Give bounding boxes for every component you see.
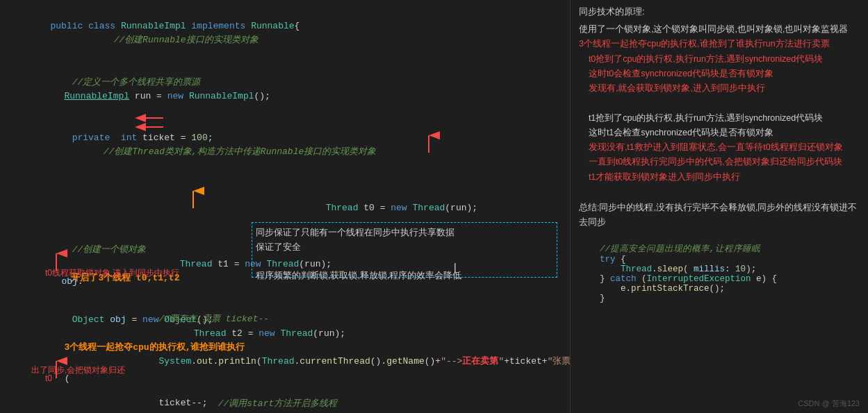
right-content: 同步技术的原理: 使用了一个锁对象,这个锁对象叫同步锁,也叫对象锁,也叫对象监视…	[579, 6, 860, 303]
anno-line-5: 发现有,就会获取到锁对象,进入到同步中执行	[579, 81, 860, 96]
t0-bottom-obj: (	[59, 373, 70, 384]
br-sleep: Thread.sleep( millis: 10);	[579, 264, 860, 274]
code-bottom: //票存在,卖票 ticket-- System.out.println(Thr…	[7, 298, 570, 413]
t0-obj-line: obj.	[45, 276, 83, 287]
watermark: CSDN @ 苦海123	[798, 398, 860, 409]
anno-line-9: 一直到t0线程执行完同步中的代码,会把锁对象归还给同步代码块	[579, 155, 860, 169]
t0-bottom-t0: t0	[45, 373, 52, 383]
br-comment: //提高安全问题出现的概率,让程序睡眠	[579, 243, 860, 255]
code-line-4: Thread t0 = new Thread(run);	[7, 174, 570, 230]
br-catch: } catch (InterruptedException e) {	[579, 274, 860, 284]
anno-summary: 总结:同步中的线程,没有执行完毕不会释放锁,同步外的线程没有锁进不去同步	[579, 201, 860, 230]
code-panel: public class RunnableImpl implements Run…	[0, 0, 570, 413]
anno-line-6: t1抢到了cpu的执行权,执行run方法,遇到synchronized代码块	[579, 111, 860, 126]
anno-line-10: t1才能获取到锁对象进入到同步中执行	[579, 170, 860, 185]
br-try: try {	[579, 255, 860, 264]
sync-title: 同步技术的原理:	[579, 6, 860, 18]
bottom-right-code: //提高安全问题出现的概率,让程序睡眠 try { Thread.sleep( …	[579, 243, 860, 303]
bottom-line-3: ticket--;	[7, 382, 570, 413]
code-line-2: //定义一个多个线程共享的票源 RunnableImpl run = new R…	[7, 62, 570, 118]
anno-line-1: 使用了一个锁对象,这个锁对象叫同步锁,也叫对象锁,也叫对象监视器	[579, 22, 860, 37]
anno-line-3: t0抢到了cpu的执行权,执行run方法,遇到synchronized代码块	[579, 52, 860, 67]
cursor: |	[452, 262, 459, 275]
annotation-panel: 同步技术的原理: 使用了一个锁对象,这个锁对象叫同步锁,也叫对象锁,也叫对象监视…	[570, 0, 868, 413]
anno-line-8: 发现没有,t1救护进入到阻塞状态,会一直等待t0线程程归还锁对象	[579, 140, 860, 155]
anno-line-4: 这时t0会检查synchronized代码块是否有锁对象	[579, 67, 860, 81]
anno-line-2: 3个线程一起抢夺cpu的执行权,谁抢到了谁执行run方法进行卖票	[579, 37, 860, 51]
anno-line-7: 这时t1会检查synchronized代码块是否有锁对象	[579, 126, 860, 140]
dashed-box-content: 同步保证了只能有一个线程在同步中执行共享数据 保证了安全 程序频繁的判断锁,获取…	[256, 226, 555, 283]
code-line-3: private int ticket = 100; //创建Thread类对象,…	[7, 117, 570, 174]
main-container: public class RunnableImpl implements Run…	[0, 0, 868, 413]
code-line-1: public class RunnableImpl implements Run…	[7, 6, 570, 62]
br-print: e.printStackTrace();	[579, 284, 860, 294]
bottom-line-1: //票存在,卖票 ticket--	[7, 298, 570, 340]
sync-description: 使用了一个锁对象,这个锁对象叫同步锁,也叫对象锁,也叫对象监视器 3个线程一起抢…	[579, 22, 860, 230]
br-close: }	[579, 294, 860, 303]
anno-line-blank2	[579, 185, 860, 199]
anno-line-blank1	[579, 96, 860, 110]
